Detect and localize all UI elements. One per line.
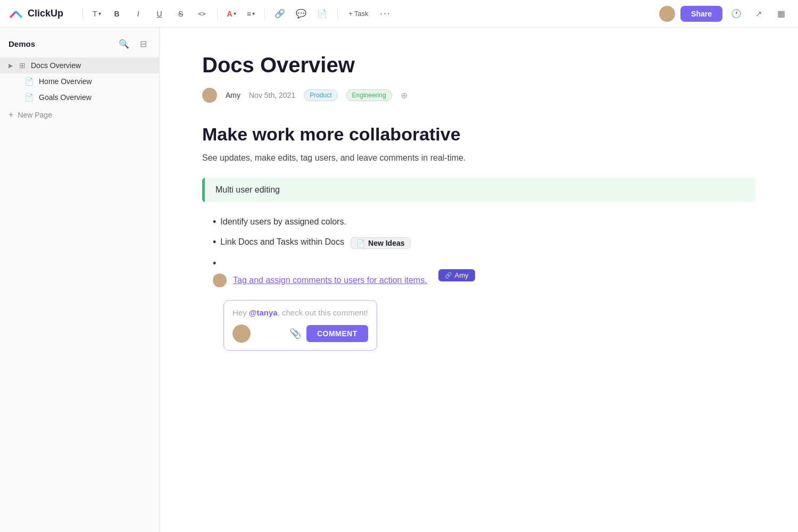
- link-btn[interactable]: 🔗: [271, 5, 288, 22]
- sidebar-item-label: Goals Overview: [39, 93, 92, 102]
- svg-point-1: [661, 15, 673, 22]
- plus-icon: +: [9, 110, 13, 120]
- highlighted-comment-text[interactable]: Tag and assign comments to users for act…: [233, 276, 427, 285]
- section-heading: Make work more collaborative: [202, 124, 755, 145]
- history-btn[interactable]: 🕐: [728, 5, 745, 22]
- doc-date: Nov 5th, 2021: [249, 91, 295, 99]
- bullet-list: Identify users by assigned colors. Link …: [202, 217, 755, 351]
- attachment-icon[interactable]: 📎: [289, 328, 301, 339]
- strikethrough-btn[interactable]: S: [172, 5, 189, 22]
- sidebar-search-btn[interactable]: 🔍: [117, 36, 131, 51]
- author-avatar-img: [202, 88, 217, 103]
- toolbar-right: Share 🕐 ↗ ▦: [659, 5, 789, 22]
- underline-btn[interactable]: U: [151, 5, 168, 22]
- svg-point-7: [235, 335, 248, 343]
- sidebar-collapse-btn[interactable]: ⊟: [136, 36, 151, 51]
- amy-avatar-img: [213, 273, 227, 287]
- section-subtitle: See updates, make edits, tag users, and …: [202, 153, 755, 163]
- blockquote-block: Multi user editing: [202, 178, 755, 202]
- code-btn[interactable]: <>: [194, 5, 211, 22]
- share-button[interactable]: Share: [680, 6, 722, 22]
- sidebar-header: Demos 🔍 ⊟: [0, 36, 159, 57]
- tag-engineering[interactable]: Engineering: [346, 89, 392, 101]
- share-location-icon[interactable]: ⊕: [401, 90, 408, 101]
- doc-meta: Amy Nov 5th, 2021 Product Engineering ⊕: [202, 88, 755, 103]
- page-icon-2: 📄: [24, 93, 34, 102]
- bold-btn[interactable]: B: [109, 5, 126, 22]
- doc-chip-icon: 📄: [356, 239, 365, 247]
- add-new-page-btn[interactable]: + New Page: [0, 106, 159, 123]
- svg-point-5: [214, 281, 225, 287]
- svg-point-3: [204, 97, 215, 103]
- amy-tag: Amy: [438, 269, 475, 281]
- add-task-btn[interactable]: + Task: [344, 5, 373, 22]
- sidebar-header-icons: 🔍 ⊟: [117, 36, 151, 51]
- comment-text: Hey @tanya, check out this comment!: [232, 308, 368, 317]
- logo: ClickUp: [9, 6, 63, 21]
- sidebar-item-docs-overview[interactable]: ▶ ⊞ Docs Overview: [0, 57, 159, 73]
- comment-box-footer: 📎 COMMENT: [232, 325, 368, 343]
- sidebar-item-home-overview[interactable]: 📄 Home Overview: [0, 73, 159, 89]
- bullet-text-1: Identify users by assigned colors.: [220, 217, 346, 227]
- list-item: Identify users by assigned colors.: [202, 217, 755, 228]
- text-style-btn[interactable]: T ▾: [89, 5, 104, 22]
- new-page-label: New Page: [18, 111, 52, 119]
- expand-btn[interactable]: ↗: [750, 5, 767, 22]
- blockquote-content: Multi user editing: [205, 178, 755, 202]
- comment-toolbar-btn[interactable]: 💬: [293, 5, 310, 22]
- main-layout: Demos 🔍 ⊟ ▶ ⊞ Docs Overview 📄 Home Overv…: [0, 28, 798, 532]
- comment-mention: @tanya: [249, 308, 278, 317]
- grid-icon: ⊞: [19, 61, 26, 70]
- sidebar-title: Demos: [9, 39, 35, 48]
- linked-doc-label: New Ideas: [368, 239, 404, 247]
- color-btn[interactable]: A ▾: [224, 5, 239, 22]
- author-avatar: [202, 88, 217, 103]
- toolbar-divider-1: [82, 9, 83, 19]
- amy-tag-label: Amy: [455, 271, 469, 279]
- bullet-text-2: Link Docs and Tasks within Docs: [220, 237, 344, 247]
- content-area: Docs Overview Amy Nov 5th, 2021 Product …: [160, 28, 798, 532]
- comment-submit-btn[interactable]: COMMENT: [306, 325, 368, 342]
- layout-btn[interactable]: ▦: [772, 5, 789, 22]
- italic-btn[interactable]: I: [130, 5, 147, 22]
- sidebar-item-label: Docs Overview: [31, 61, 81, 70]
- commenter-avatar-img: [232, 325, 251, 343]
- toolbar-divider-3: [264, 9, 265, 19]
- commenter-avatar: [232, 325, 251, 343]
- list-item: Link Docs and Tasks within Docs 📄 New Id…: [202, 237, 755, 249]
- sidebar-item-label: Home Overview: [39, 77, 92, 86]
- toolbar-divider-4: [337, 9, 338, 19]
- svg-point-0: [663, 8, 671, 15]
- svg-point-4: [217, 275, 223, 281]
- user-avatar-img: [659, 6, 675, 22]
- clickup-logo-icon: [9, 6, 23, 21]
- amy-avatar-inline: [213, 273, 227, 287]
- align-btn[interactable]: ≡ ▾: [244, 5, 258, 22]
- tag-product[interactable]: Product: [304, 89, 337, 101]
- sidebar: Demos 🔍 ⊟ ▶ ⊞ Docs Overview 📄 Home Overv…: [0, 28, 160, 532]
- svg-point-2: [206, 90, 213, 96]
- linked-doc-chip[interactable]: 📄 New Ideas: [351, 237, 410, 249]
- user-avatar[interactable]: [659, 6, 675, 22]
- svg-point-6: [237, 327, 246, 335]
- toolbar-divider-2: [217, 9, 218, 19]
- comment-box: Hey @tanya, check out this comment! 📎 CO…: [223, 300, 377, 351]
- doc-title: Docs Overview: [202, 53, 755, 77]
- list-item-comment: Tag and assign comments to users for act…: [202, 259, 755, 351]
- more-btn[interactable]: ···: [377, 5, 394, 22]
- toolbar: ClickUp T ▾ B I U S <> A ▾ ≡ ▾ 🔗 💬 📄 + T…: [0, 0, 798, 28]
- media-btn[interactable]: 📄: [314, 5, 331, 22]
- sidebar-item-goals-overview[interactable]: 📄 Goals Overview: [0, 89, 159, 105]
- app-name: ClickUp: [28, 8, 63, 19]
- chevron-icon: ▶: [9, 62, 13, 69]
- page-icon: 📄: [24, 77, 34, 86]
- author-name: Amy: [226, 91, 240, 99]
